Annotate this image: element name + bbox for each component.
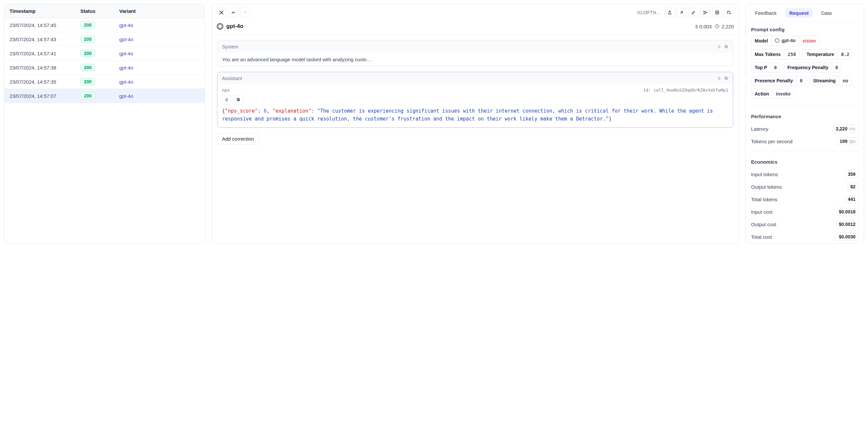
- latency-display: 2,220: [715, 24, 734, 29]
- add-to-dataset-button[interactable]: [724, 7, 734, 18]
- assistant-message-card: Assistant nps id: call_HuoNiGZOqGDrRZ8zV…: [217, 72, 733, 128]
- svg-rect-5: [725, 45, 727, 47]
- pill-streaming: Streamingno: [809, 76, 852, 86]
- table-row[interactable]: 23/07/2024, 14:57:43200gpt-4o: [4, 32, 205, 46]
- system-role-label: System: [222, 44, 717, 50]
- kv-output-cost: Output cost$0.0012: [746, 218, 864, 230]
- chevron-down-icon: [243, 10, 247, 15]
- cell-status: 200: [81, 22, 119, 29]
- close-button[interactable]: [216, 7, 226, 18]
- send-icon: [703, 10, 708, 15]
- cell-status: 200: [81, 36, 119, 43]
- col-timestamp: Timestamp: [9, 8, 81, 14]
- table-icon: [715, 10, 719, 15]
- edit-button[interactable]: [688, 7, 699, 18]
- pill-frequency-penalty: Frequency Penalty0: [784, 63, 842, 72]
- prompt-config-title: Prompt config: [746, 22, 864, 36]
- pill-action: Actioninvoke: [751, 89, 794, 99]
- svg-point-2: [217, 23, 223, 29]
- cell-status: 200: [81, 50, 119, 57]
- open-external-button[interactable]: [677, 7, 686, 18]
- pill-temperature: Temperature0.2: [803, 50, 853, 59]
- svg-rect-6: [726, 77, 728, 80]
- copy-icon[interactable]: [724, 76, 728, 80]
- vision-badge: vision: [799, 36, 819, 45]
- status-badge: 200: [81, 36, 95, 43]
- table-row[interactable]: 23/07/2024, 14:57:41200gpt-4o: [4, 46, 205, 61]
- performance-title: Performance: [746, 109, 864, 123]
- request-detail-panel: 01J3FTN… gpt-4o $ 0.003: [212, 4, 739, 243]
- status-badge: 200: [81, 22, 95, 29]
- dollar-icon: $: [695, 24, 698, 29]
- expand-icon[interactable]: [717, 76, 721, 80]
- table-button[interactable]: [712, 7, 722, 18]
- status-badge: 200: [81, 64, 95, 71]
- status-badge: 200: [81, 78, 95, 85]
- json-expand-button[interactable]: [222, 95, 231, 104]
- cell-timestamp: 23/07/2024, 14:57:45: [9, 22, 81, 28]
- cell-variant: gpt-4o: [119, 51, 199, 56]
- add-correction-button[interactable]: Add correction: [217, 133, 259, 145]
- cell-status: 200: [81, 64, 119, 71]
- prev-button[interactable]: [228, 7, 238, 18]
- chevron-up-icon: [231, 10, 236, 15]
- details-sidebar: Feedback Request Data Prompt config Mode…: [745, 4, 864, 243]
- cell-timestamp: 23/07/2024, 14:57:43: [9, 36, 81, 42]
- cost-value: 0.003: [699, 24, 712, 29]
- kv-input-tokens: Input tokens359: [746, 168, 864, 181]
- table-row[interactable]: 23/07/2024, 14:57:38200gpt-4o: [4, 61, 205, 75]
- share-button[interactable]: [665, 7, 675, 18]
- model-chip: gpt-4o: [216, 23, 243, 30]
- table-row[interactable]: 23/07/2024, 14:57:35200gpt-4o: [4, 75, 205, 89]
- request-id: 01J3FTN…: [637, 10, 661, 15]
- latency-value: 2,220: [721, 24, 734, 29]
- detail-toolbar: 01J3FTN…: [212, 4, 739, 21]
- kv-tps: Tokens per second 199 tps: [746, 135, 864, 148]
- share-icon: [668, 10, 672, 15]
- next-button[interactable]: [240, 7, 250, 18]
- cell-variant: gpt-4o: [119, 22, 199, 28]
- cell-variant: gpt-4o: [119, 36, 199, 42]
- svg-rect-9: [237, 98, 239, 100]
- svg-rect-7: [725, 77, 727, 79]
- json-copy-button[interactable]: [234, 95, 243, 104]
- tab-feedback[interactable]: Feedback: [751, 8, 781, 18]
- kv-output-tokens: Output tokens82: [746, 181, 864, 193]
- arrow-up-right-icon: [679, 10, 684, 15]
- system-message-text: You are an advanced language model taske…: [217, 53, 733, 66]
- database-plus-icon: [727, 10, 731, 15]
- json-output: {"nps_score": 6, "explanation": "The cus…: [217, 104, 733, 127]
- svg-point-1: [727, 11, 730, 12]
- request-log-table: Timestamp Status Variant 23/07/2024, 14:…: [4, 4, 205, 243]
- table-row[interactable]: 23/07/2024, 14:57:45200gpt-4o: [4, 18, 205, 32]
- close-icon: [219, 10, 224, 15]
- cell-timestamp: 23/07/2024, 14:57:38: [9, 65, 81, 70]
- svg-rect-8: [238, 99, 240, 101]
- table-row[interactable]: 23/07/2024, 14:57:07200gpt-4o: [4, 89, 205, 103]
- system-message-card: System You are an advanced language mode…: [217, 40, 733, 66]
- pill-top-p: Top P0: [751, 63, 780, 72]
- tool-call-id: id: call_HuoNiGZOqGDrRZ8zVaSfw0p1: [643, 88, 728, 93]
- cell-variant: gpt-4o: [119, 79, 199, 85]
- cell-status: 200: [81, 92, 119, 99]
- kv-latency: Latency 2,220 ms: [746, 123, 864, 135]
- pencil-icon: [691, 10, 696, 15]
- pill-max-tokens: Max Tokens256: [751, 50, 800, 59]
- cost-display: $ 0.003: [695, 24, 712, 29]
- copy-icon[interactable]: [724, 45, 728, 49]
- col-status: Status: [81, 8, 119, 14]
- tab-request[interactable]: Request: [785, 8, 813, 18]
- model-name: gpt-4o: [226, 23, 243, 30]
- expand-icon: [225, 98, 228, 102]
- status-badge: 200: [81, 92, 95, 99]
- send-button[interactable]: [700, 7, 710, 18]
- expand-icon[interactable]: [717, 45, 721, 49]
- kv-input-cost: Input cost$0.0018: [746, 206, 864, 218]
- sidebar-tabs: Feedback Request Data: [746, 4, 864, 22]
- tab-data[interactable]: Data: [817, 8, 836, 18]
- openai-icon: [775, 38, 779, 43]
- cell-variant: gpt-4o: [119, 93, 199, 99]
- pill-presence-penalty: Presence Penalty0: [751, 76, 806, 86]
- assistant-role-label: Assistant: [222, 75, 717, 81]
- openai-icon: [216, 23, 224, 30]
